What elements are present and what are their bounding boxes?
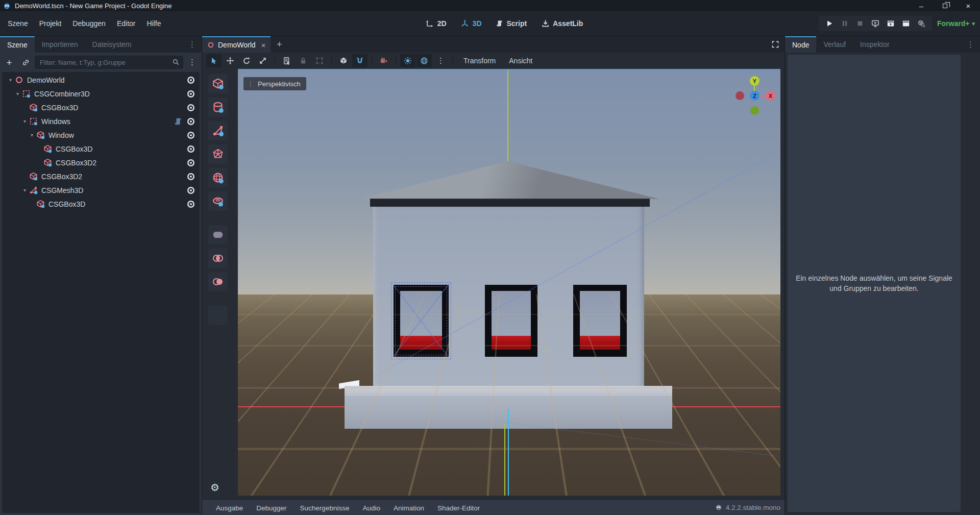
axis-y-handle[interactable]: Y — [750, 76, 760, 86]
rotate-mode-button[interactable] — [239, 54, 254, 67]
tab-debugger[interactable]: Debugger — [250, 500, 293, 515]
switch-2d-button[interactable]: 2D — [426, 19, 447, 28]
switch-script-button[interactable]: Script — [496, 19, 527, 28]
lock-node-button[interactable] — [296, 54, 311, 67]
csg-intersection-button[interactable] — [208, 249, 228, 268]
visibility-eye-icon[interactable] — [186, 172, 195, 181]
tab-ausgabe[interactable]: Ausgabe — [209, 500, 250, 515]
gizmo-visibility-button[interactable] — [208, 306, 228, 325]
csg-subtraction-button[interactable] — [208, 272, 228, 291]
tab-animation[interactable]: Animation — [387, 500, 431, 515]
csg-torus-tool-button[interactable] — [208, 191, 228, 211]
visibility-eye-icon[interactable] — [186, 76, 195, 85]
switch-3d-button[interactable]: 3D — [461, 19, 482, 28]
axis-negy-handle[interactable] — [750, 106, 759, 115]
add-node-button[interactable]: + — [2, 56, 16, 69]
tab-dateisystem[interactable]: Dateisystem — [85, 36, 139, 53]
collapse-arrow-icon[interactable]: ▾ — [28, 132, 36, 138]
csg-box-tool-button[interactable] — [208, 74, 228, 93]
tab-szene[interactable]: Szene — [0, 36, 35, 53]
tree-row[interactable]: CSGBox3D — [2, 197, 200, 211]
tree-row[interactable]: CSGBox3D — [2, 142, 200, 156]
stop-button[interactable] — [852, 17, 868, 30]
visibility-eye-icon[interactable] — [186, 200, 195, 209]
tree-row[interactable]: ▾ Window — [2, 128, 200, 142]
menu-debuggen[interactable]: Debuggen — [67, 16, 111, 31]
collapse-arrow-icon[interactable]: ▾ — [20, 187, 29, 193]
tree-row[interactable]: ▾ CSGCombiner3D — [2, 87, 200, 101]
select-mode-button[interactable] — [206, 54, 222, 67]
visibility-eye-icon[interactable] — [186, 89, 195, 99]
move-mode-button[interactable] — [223, 54, 238, 67]
tab-suchergebnisse[interactable]: Suchergebnisse — [293, 500, 356, 515]
instance-scene-button[interactable] — [18, 56, 33, 69]
scene-tree-options-button[interactable]: ⋮ — [185, 56, 200, 69]
play-button[interactable] — [822, 17, 837, 30]
tree-row[interactable]: CSGBox3D — [2, 101, 200, 114]
menu-szene[interactable]: Szene — [2, 16, 34, 31]
tab-node[interactable]: Node — [785, 36, 816, 53]
play-remote-button[interactable] — [868, 17, 883, 30]
dock-options-icon[interactable]: ⋮ — [962, 36, 980, 53]
ansicht-menu[interactable]: Ansicht — [503, 57, 538, 65]
csg-cylinder-tool-button[interactable] — [208, 97, 228, 117]
visibility-eye-icon[interactable] — [186, 103, 195, 112]
expand-viewport-button[interactable] — [766, 36, 785, 53]
renderer-dropdown[interactable]: Forward+▾ — [937, 19, 975, 28]
local-space-button[interactable] — [336, 54, 351, 67]
scene-tab-demoworld[interactable]: DemoWorld × — [202, 36, 271, 53]
axis-negx-handle[interactable] — [736, 91, 744, 100]
view-axis-gizmo[interactable]: Y Z X — [731, 74, 777, 120]
csg-union-button[interactable] — [208, 225, 228, 244]
collapse-arrow-icon[interactable]: ▾ — [20, 118, 29, 124]
preview-camera-button[interactable] — [376, 54, 391, 67]
visibility-eye-icon[interactable] — [186, 158, 195, 167]
perspective-menu-button[interactable]: ⋮ Perspektivisch — [243, 77, 306, 90]
preview-environment-button[interactable] — [416, 54, 432, 67]
attached-script-icon[interactable] — [174, 117, 182, 126]
play-custom-scene-button[interactable] — [898, 17, 914, 30]
menu-projekt[interactable]: Projekt — [34, 16, 67, 31]
menu-editor[interactable]: Editor — [111, 16, 141, 31]
tree-row[interactable]: CSGBox3D2 — [2, 169, 200, 183]
list-select-button[interactable] — [279, 54, 295, 67]
pause-button[interactable] — [837, 17, 852, 30]
csg-sphere-tool-button[interactable] — [208, 168, 228, 187]
viewport-settings-gear-icon[interactable]: ⚙ — [210, 481, 219, 494]
axis-x-handle[interactable]: X — [766, 91, 775, 101]
tree-row[interactable]: ▾ CSGMesh3D — [2, 183, 200, 197]
tab-audio[interactable]: Audio — [356, 500, 387, 515]
menu-hilfe[interactable]: Hilfe — [141, 16, 166, 31]
minimize-button[interactable]: – — [910, 0, 933, 11]
axis-z-handle[interactable]: Z — [750, 91, 760, 101]
visibility-eye-icon[interactable] — [186, 144, 195, 154]
close-tab-icon[interactable]: × — [261, 41, 266, 50]
tab-inspektor[interactable]: Inspektor — [853, 36, 897, 53]
snap-toggle-button[interactable] — [352, 54, 368, 67]
csg-mesh-tool-button[interactable] — [208, 121, 228, 140]
movie-maker-button[interactable] — [914, 17, 929, 30]
play-scene-button[interactable] — [883, 17, 898, 30]
csg-polygon-tool-button[interactable] — [208, 144, 228, 164]
scene-filter-input[interactable] — [35, 56, 183, 69]
transform-menu[interactable]: Transform — [457, 57, 502, 65]
switch-assetlib-button[interactable]: AssetLib — [541, 19, 583, 28]
3d-viewport[interactable]: ⋮ Perspektivisch Y Z X — [238, 69, 780, 496]
tab-verlauf[interactable]: Verlauf — [816, 36, 853, 53]
tab-importieren[interactable]: Importieren — [35, 36, 85, 53]
dock-options-icon[interactable]: ⋮ — [183, 36, 202, 53]
visibility-eye-icon[interactable] — [186, 117, 195, 126]
scale-mode-button[interactable] — [255, 54, 271, 67]
sun-env-options-icon[interactable]: ⋮ — [433, 56, 449, 65]
tree-row[interactable]: ▾ Windows — [2, 114, 200, 128]
tree-row[interactable]: ▾ DemoWorld — [2, 73, 200, 87]
close-button[interactable]: × — [957, 0, 980, 11]
restore-button[interactable] — [933, 0, 957, 11]
preview-sun-button[interactable] — [400, 54, 415, 67]
group-nodes-button[interactable] — [312, 54, 327, 67]
collapse-arrow-icon[interactable]: ▾ — [13, 91, 22, 96]
collapse-arrow-icon[interactable]: ▾ — [6, 77, 15, 83]
tab-shader-editor[interactable]: Shader-Editor — [431, 500, 486, 515]
new-scene-tab-button[interactable]: + — [271, 36, 288, 53]
visibility-eye-icon[interactable] — [186, 186, 195, 195]
